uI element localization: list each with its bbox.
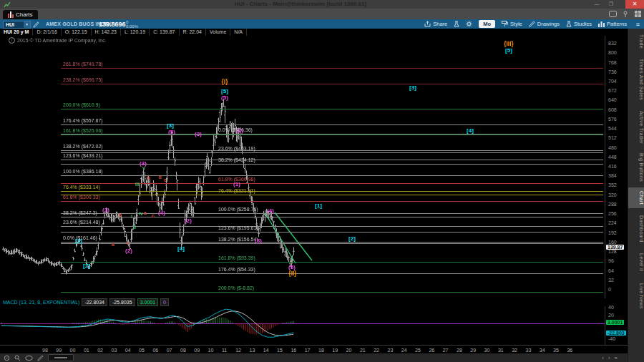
fib-level-label[interactable]: 238.2% ($696.75) <box>63 77 103 82</box>
fib-level-label[interactable]: 138.2% ($156.54) <box>218 237 258 242</box>
wave-label[interactable]: [2] <box>348 235 356 242</box>
symbol-dropdown-caret-icon[interactable]: ▾ <box>24 21 30 28</box>
sidebar-item-active-trader[interactable]: Active Trader <box>628 107 644 147</box>
onDemand-flask-button[interactable] <box>454 21 459 27</box>
wave-label[interactable]: ii <box>133 225 136 230</box>
fib-level-line[interactable] <box>61 217 603 217</box>
style-button[interactable]: Style <box>502 21 522 27</box>
wave-label[interactable]: {I} <box>222 78 228 85</box>
wave-label[interactable]: [4] <box>177 245 185 252</box>
fib-level-label[interactable]: 61.8% ($300.33) <box>63 195 100 200</box>
scroll-right-arrow[interactable]: › <box>608 355 610 361</box>
wave-label[interactable]: (1) <box>102 207 109 213</box>
fib-level-line[interactable] <box>61 273 603 274</box>
fib-level-label[interactable]: 176.4% ($54.33) <box>218 267 255 272</box>
wave-label[interactable]: [1] <box>75 238 82 244</box>
fib-level-label[interactable]: 0.0% ($526.36) <box>218 127 253 132</box>
draw-tool-icon[interactable] <box>37 355 44 361</box>
sidebar-item-live-news[interactable]: Live News <box>628 279 644 313</box>
aggregation-period-button[interactable]: Mo <box>479 20 495 28</box>
price-axis[interactable]: 8328007687367046726406085765445124804484… <box>605 36 629 353</box>
wave-label[interactable]: v <box>142 165 145 170</box>
fib-level-label[interactable]: 161.8% ($525.06) <box>63 128 103 133</box>
share-button[interactable]: Share <box>424 21 447 27</box>
fib-level-line[interactable] <box>61 175 603 176</box>
zoom-tool-icon[interactable] <box>14 355 21 361</box>
wave-label[interactable]: (5) <box>168 129 175 135</box>
wave-label[interactable]: b <box>147 175 150 180</box>
studies-button[interactable]: Studies <box>566 21 592 27</box>
fib-level-line[interactable] <box>61 195 603 195</box>
wave-label[interactable]: (4) <box>267 207 274 214</box>
fib-level-label[interactable]: 200.0% ($610.9) <box>63 102 100 107</box>
fib-level-label[interactable]: 76.4% ($333.14) <box>63 185 100 190</box>
wave-label[interactable]: [2] <box>83 263 90 269</box>
fib-level-label[interactable]: 138.2% ($472.02) <box>63 144 103 149</box>
fib-level-line[interactable] <box>61 191 603 192</box>
fib-level-line[interactable] <box>61 150 603 151</box>
fib-level-line[interactable] <box>61 242 603 243</box>
fib-level-line[interactable] <box>61 201 603 202</box>
wave-label[interactable]: (3) <box>195 131 202 137</box>
wave-label[interactable]: [5] <box>221 88 228 94</box>
fib-level-line[interactable] <box>61 124 603 125</box>
wave-label[interactable]: iv <box>139 211 143 216</box>
fib-level-line[interactable] <box>61 292 603 293</box>
wave-label[interactable]: {II} <box>288 270 296 277</box>
grid-layout-icon[interactable] <box>635 11 641 17</box>
sidebar-item-times-and-sales[interactable]: Times And Sales <box>628 54 644 104</box>
wave-label[interactable]: [4] <box>467 127 474 134</box>
sidebar-item-level-ii[interactable]: Level II <box>628 249 644 276</box>
wave-label[interactable]: [3] <box>409 84 416 91</box>
fib-level-line[interactable] <box>61 262 603 263</box>
toolbar-menu-icon[interactable]: ≡ <box>636 21 640 28</box>
fib-level-label[interactable]: 23.6% ($463.19) <box>218 146 255 151</box>
fib-level-label[interactable]: 100.0% ($386.18) <box>63 169 103 174</box>
fast-forward-arrow[interactable]: » <box>615 355 618 361</box>
fib-level-label[interactable]: 100.0% ($258.76) <box>218 207 258 212</box>
wave-label[interactable]: iii <box>135 182 140 187</box>
wave-label[interactable]: [3] <box>167 122 174 129</box>
fib-level-label[interactable]: 200.0% ($-8.82) <box>218 285 254 290</box>
fib-level-line[interactable] <box>61 84 603 84</box>
close-button[interactable]: ✕ <box>625 0 644 9</box>
fib-level-line[interactable] <box>61 232 603 233</box>
fib-level-line[interactable] <box>61 68 603 69</box>
fib-level-label[interactable]: 38.2% ($247.3) <box>63 210 97 215</box>
wave-label[interactable]: (2) <box>185 217 192 224</box>
wave-label[interactable]: d <box>159 175 162 180</box>
minimize-button[interactable]: — <box>591 1 602 8</box>
active-drawing-tool-button[interactable] <box>48 354 74 361</box>
sidebar-item-trade[interactable]: Trade <box>628 31 644 52</box>
wave-label[interactable]: {III} <box>504 40 514 47</box>
wave-label[interactable]: (5) <box>288 264 296 270</box>
fib-level-label[interactable]: 161.8% ($93.39) <box>218 255 255 260</box>
wave-label[interactable]: c <box>127 240 130 245</box>
fib-level-label[interactable]: 23.6% ($214.48) <box>63 220 100 225</box>
edit-pencil-icon[interactable] <box>33 21 39 28</box>
macd-study-title[interactable]: MACD (13, 21, 8, EXPONENTIAL) <box>3 300 79 305</box>
fib-level-line[interactable] <box>61 134 603 134</box>
symbol-input[interactable]: HUI ▾ <box>3 21 31 29</box>
wave-label[interactable]: (3) <box>255 238 262 244</box>
info-icon[interactable]: i <box>9 37 15 44</box>
wave-label[interactable]: c <box>152 213 155 218</box>
wave-label[interactable]: (5) <box>221 94 228 101</box>
fib-level-line[interactable] <box>61 152 603 153</box>
fib-level-line[interactable] <box>61 226 603 227</box>
fib-level-line[interactable] <box>61 134 603 135</box>
wave-label[interactable]: b <box>119 212 122 217</box>
settings-button[interactable] <box>466 21 472 27</box>
wave-label[interactable]: [5] <box>505 47 512 54</box>
fib-level-label[interactable]: 38.2% ($424.12) <box>218 157 255 162</box>
sidebar-item-chart[interactable]: Chart <box>628 187 644 208</box>
wave-label[interactable]: i <box>131 214 132 219</box>
fib-level-line[interactable] <box>61 183 603 184</box>
fib-level-label[interactable]: 76.4% ($321.91) <box>218 188 255 193</box>
restore-button[interactable]: ❐ <box>605 1 617 8</box>
fib-level-label[interactable]: 123.6% ($439.21) <box>63 153 103 158</box>
pin-icon[interactable] <box>623 11 629 17</box>
restore-layout-icon[interactable] <box>609 11 617 17</box>
wave-label[interactable]: e <box>164 177 167 182</box>
fib-level-line[interactable] <box>61 243 603 244</box>
